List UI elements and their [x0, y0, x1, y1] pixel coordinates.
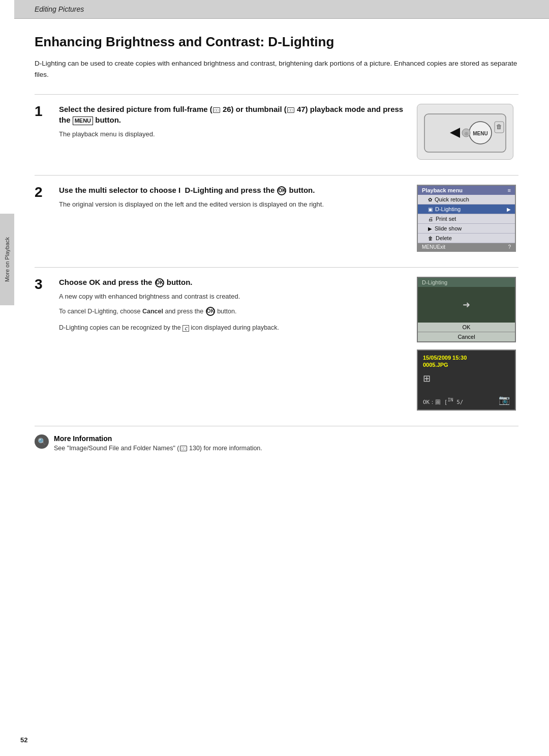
dlighting-icon: ▣	[428, 207, 433, 212]
dlighting-arrow: ▶	[507, 207, 511, 212]
content-area: Enhancing Brightness and Contrast: D-Lig…	[14, 19, 549, 467]
step-3-number: 3	[35, 277, 53, 293]
step-1: 1 Select the desired picture from full-f…	[35, 94, 518, 160]
step-3: 3 Choose OK and press the OK button. A n…	[35, 267, 518, 411]
fi-date: 15/05/2009 15:30	[423, 355, 510, 361]
more-info-text: See "Image/Sound File and Folder Names" …	[54, 445, 262, 452]
pm-item-slide-show: ▶ Slide show	[418, 224, 515, 234]
pm-title-icon: ≡	[508, 187, 511, 193]
pm-item-quick-retouch-label: Quick retouch	[435, 196, 469, 202]
page-title: Enhancing Brightness and Contrast: D-Lig…	[35, 34, 518, 50]
camera-svg: MENU 🗑 ◎	[419, 106, 511, 157]
c-icon: c	[182, 325, 189, 332]
pm-item-delete-label: Delete	[436, 235, 452, 241]
svg-text:◎: ◎	[465, 131, 468, 136]
book-icon-1: □□	[213, 107, 220, 113]
book-icon-3: □□	[180, 446, 187, 451]
page-number: 52	[20, 736, 27, 744]
header-bar: Editing Pictures	[14, 0, 549, 19]
dl-arrow-icon: ➜	[463, 299, 470, 310]
pm-item-quick-retouch: ✿ Quick retouch	[418, 195, 515, 205]
info-symbol: 🔍	[38, 438, 46, 446]
cancel-bold: Cancel	[142, 308, 163, 315]
dl-ok-button: OK	[418, 323, 515, 332]
step-1-heading: Select the desired picture from full-fra…	[59, 104, 407, 125]
pm-footer-left: MENUExit	[422, 244, 445, 250]
step-2-bold: D-Lighting	[185, 186, 223, 194]
fi-bottom-left: OK：圖 [IN 5/	[423, 397, 463, 406]
more-info-title: More Information	[54, 434, 262, 443]
fi-bottom-right: 📷	[499, 394, 510, 405]
step-3-icon-note: D-Lighting copies can be recognized by t…	[59, 323, 407, 333]
book-icon-2: □□	[287, 107, 294, 113]
pm-item-delete: 🗑 Delete	[418, 234, 515, 243]
step-2-heading: Use the multi selector to choose I D-Lig…	[59, 185, 407, 195]
step-1-right: MENU 🗑 ◎	[417, 104, 518, 160]
pm-title: Playback menu ≡	[418, 186, 515, 195]
fi-copy-icon: ⊞	[423, 373, 431, 384]
dlighting-dialog-screenshot: D-Lighting ➜ OK Cancel	[417, 277, 516, 342]
step-3-ok-word: OK	[89, 278, 101, 286]
svg-text:🗑: 🗑	[496, 123, 502, 130]
step-2-right: Playback menu ≡ ✿ Quick retouch ▣ D-Ligh…	[417, 185, 518, 252]
slide-show-icon: ▶	[428, 226, 432, 231]
breadcrumb: Editing Pictures	[35, 5, 84, 13]
fi-icon-area: ⊞	[423, 373, 510, 384]
pm-item-print-set-label: Print set	[436, 216, 456, 222]
main-content: Editing Pictures Enhancing Brightness an…	[14, 0, 549, 756]
pm-title-text: Playback menu	[422, 187, 463, 193]
step-3-body: Choose OK and press the OK button. A new…	[59, 277, 407, 333]
ok-circle-3: OK	[155, 278, 164, 287]
step-2: 2 Use the multi selector to choose I D-L…	[35, 175, 518, 252]
menu-button-label: MENU	[73, 117, 93, 125]
pm-item-dlighting: ▣ D-Lighting ▶	[418, 205, 515, 214]
step-3-right: D-Lighting ➜ OK Cancel 15/05/2009 15:30 …	[417, 277, 518, 411]
more-info-content: More Information See "Image/Sound File a…	[54, 434, 262, 452]
step-2-sub: The original version is displayed on the…	[59, 199, 407, 210]
ok-circle-cancel: OK	[206, 307, 215, 316]
delete-icon: 🗑	[428, 236, 433, 241]
svg-text:MENU: MENU	[473, 131, 487, 136]
intro-text: D-Lighting can be used to create copies …	[35, 58, 518, 80]
pm-item-print-set: 🖨 Print set	[418, 214, 515, 224]
quick-retouch-icon: ✿	[428, 197, 432, 202]
step-2-body: Use the multi selector to choose I D-Lig…	[59, 185, 407, 210]
more-info-icon: 🔍	[35, 434, 49, 449]
file-info-screenshot: 15/05/2009 15:30 0005.JPG ⊞ OK：圖 [IN 5/ …	[417, 350, 516, 411]
dl-cancel-button: Cancel	[418, 332, 515, 341]
dl-title: D-Lighting	[418, 278, 515, 287]
step-3-sub: A new copy with enhanced brightness and …	[59, 292, 407, 302]
page: More on Playback Editing Pictures Enhanc…	[0, 0, 549, 756]
side-tab: More on Playback	[0, 214, 14, 305]
camera-diagram: MENU 🗑 ◎	[417, 104, 513, 160]
pm-item-slide-show-label: Slide show	[435, 225, 462, 231]
step-3-heading: Choose OK and press the OK button.	[59, 277, 407, 287]
fi-bottom: OK：圖 [IN 5/ 📷	[423, 394, 510, 405]
step-1-body: Select the desired picture from full-fra…	[59, 104, 407, 139]
ok-circle-2: OK	[277, 186, 286, 195]
step-1-sub: The playback menu is displayed.	[59, 129, 407, 139]
side-tab-label: More on Playback	[4, 237, 10, 282]
step-3-cancel-note: To cancel D-Lighting, choose Cancel and …	[59, 307, 407, 316]
fi-filename: 0005.JPG	[423, 362, 510, 368]
dl-body: ➜	[418, 287, 515, 323]
step-1-number: 1	[35, 104, 53, 120]
more-info-section: 🔍 More Information See "Image/Sound File…	[35, 426, 518, 452]
pm-item-dlighting-label: D-Lighting	[435, 206, 461, 212]
pm-footer-right: ?	[508, 244, 511, 250]
print-set-icon: 🖨	[428, 216, 433, 222]
step-2-number: 2	[35, 185, 53, 200]
playback-menu-screenshot: Playback menu ≡ ✿ Quick retouch ▣ D-Ligh…	[417, 185, 516, 252]
pm-footer: MENUExit ?	[418, 243, 515, 251]
